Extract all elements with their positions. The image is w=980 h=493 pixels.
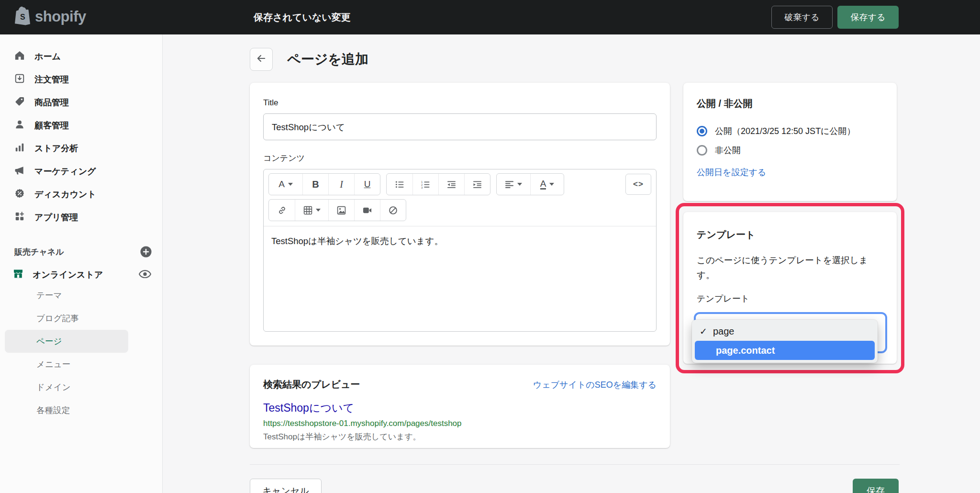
clear-formatting-button[interactable]	[380, 200, 406, 221]
sidebar-item-label: ディスカウント	[34, 189, 96, 200]
page-editor-card: Title コンテンツ A B I U	[250, 83, 670, 346]
sidebar-item-discounts[interactable]: ディスカウント	[0, 183, 162, 206]
text-style-dropdown-button[interactable]: A	[269, 174, 302, 195]
radio-selected-icon[interactable]	[697, 126, 707, 136]
sidebar-item-home[interactable]: ホーム	[0, 45, 162, 68]
hidden-radio-option[interactable]: 非公開	[697, 141, 883, 160]
title-input[interactable]	[263, 113, 657, 140]
text-color-dropdown-button[interactable]: A	[530, 174, 564, 195]
page-title: ページを追加	[287, 48, 368, 71]
dropdown-option-page[interactable]: ✓ page	[692, 322, 878, 340]
visible-radio-option[interactable]: 公開（2021/3/25 12:50 JSTに公開）	[697, 122, 883, 141]
bold-button[interactable]: B	[302, 174, 328, 195]
edit-website-seo-link[interactable]: ウェブサイトのSEOを編集する	[533, 379, 657, 391]
table-icon	[303, 206, 312, 215]
seo-preview-card: 検索結果のプレビュー ウェブサイトのSEOを編集する TestShopについて …	[250, 365, 670, 448]
sidebar-item-online-store[interactable]: オンラインストア	[0, 263, 162, 286]
underline-button[interactable]: U	[354, 174, 380, 195]
rich-text-editor: A B I U 123	[263, 169, 657, 332]
visible-radio-label: 公開（2021/3/25 12:50 JSTに公開）	[715, 125, 856, 137]
radio-unselected-icon[interactable]	[697, 145, 707, 156]
seo-preview-heading: 検索結果のプレビュー	[263, 378, 360, 391]
content-textarea[interactable]: TestShopは半袖シャツを販売しています。	[264, 226, 656, 322]
sidebar-item-customers[interactable]: 顧客管理	[0, 114, 162, 137]
cancel-button[interactable]: キャンセル	[250, 479, 322, 493]
template-heading: テンプレート	[697, 228, 883, 241]
insert-image-button[interactable]	[328, 200, 354, 221]
sidebar-item-pages-active[interactable]: ページ	[5, 330, 128, 353]
outdent-button[interactable]	[438, 174, 464, 195]
sales-channels-heading-row: 販売チャネル	[0, 240, 162, 263]
sidebar-item-domains[interactable]: ドメイン	[0, 376, 162, 399]
sidebar-item-navigation[interactable]: メニュー	[0, 353, 162, 376]
insert-video-button[interactable]	[354, 200, 380, 221]
footer-divider	[250, 464, 900, 465]
list-indent-group: 123	[386, 173, 490, 195]
shopify-logo[interactable]: S shopify	[14, 6, 86, 27]
customers-icon	[14, 119, 25, 132]
bulleted-list-button[interactable]	[387, 174, 412, 195]
bulleted-list-icon	[395, 180, 404, 189]
products-icon	[14, 96, 25, 109]
hidden-radio-label: 非公開	[715, 145, 741, 156]
italic-icon: I	[340, 179, 343, 190]
numbered-list-button[interactable]: 123	[412, 174, 438, 195]
sidebar-item-label: 顧客管理	[34, 120, 69, 131]
sidebar-item-label: ホーム	[34, 51, 61, 62]
editor-toolbar: A B I U 123	[264, 169, 656, 226]
template-select-label: テンプレート	[697, 293, 883, 304]
sidebar-item-apps[interactable]: アプリ管理	[0, 206, 162, 229]
sidebar-item-preferences[interactable]: 各種設定	[0, 399, 162, 422]
text-style-icon: A	[278, 179, 285, 190]
topbar: S shopify 保存されていない変更 破棄する 保存する	[0, 0, 980, 34]
title-label: Title	[263, 98, 657, 108]
insert-table-dropdown-button[interactable]	[295, 200, 328, 221]
sidebar-item-label: ストア分析	[34, 143, 78, 154]
link-icon	[278, 206, 287, 215]
plus-circle-icon	[140, 246, 152, 258]
shopify-wordmark: shopify	[35, 8, 86, 25]
video-icon	[363, 206, 372, 215]
dropdown-option-label: page.contact	[716, 345, 775, 356]
sidebar-item-products[interactable]: 商品管理	[0, 91, 162, 114]
apps-icon	[14, 211, 25, 224]
back-button[interactable]	[250, 48, 273, 71]
alignment-dropdown-button[interactable]	[497, 174, 530, 195]
sidebar-item-orders[interactable]: 注文管理	[0, 68, 162, 91]
add-sales-channel-button[interactable]	[140, 246, 152, 258]
check-icon: ✓	[699, 326, 708, 337]
sidebar-item-analytics[interactable]: ストア分析	[0, 137, 162, 160]
insert-link-button[interactable]	[269, 200, 295, 221]
sidebar-item-label: マーケティング	[34, 166, 96, 177]
sidebar: ホーム 注文管理 商品管理 顧客管理 ストア分析 マーケティング	[0, 34, 163, 493]
save-button-top[interactable]: 保存する	[837, 6, 899, 29]
marketing-icon	[14, 165, 25, 178]
visibility-heading: 公開 / 非公開	[697, 97, 883, 110]
orders-icon	[14, 73, 25, 86]
analytics-icon	[14, 142, 25, 155]
bold-icon: B	[312, 179, 319, 190]
sidebar-item-blog-posts[interactable]: ブログ記事	[0, 307, 162, 330]
insert-group	[268, 199, 406, 221]
dropdown-option-page-contact[interactable]: page.contact	[695, 341, 875, 360]
content-label: コンテンツ	[263, 153, 657, 164]
sidebar-item-themes[interactable]: テーマ	[0, 284, 162, 307]
show-html-button[interactable]: <>	[625, 174, 651, 195]
seo-preview-title: TestShopについて	[263, 401, 657, 415]
indent-button[interactable]	[464, 174, 490, 195]
discounts-icon	[14, 188, 25, 201]
discard-button[interactable]: 破棄する	[771, 6, 833, 29]
save-button-bottom[interactable]: 保存	[853, 479, 899, 493]
template-dropdown-menu: ✓ page page.contact	[692, 320, 878, 363]
unsaved-changes-status: 保存されていない変更	[254, 0, 351, 34]
sidebar-item-label: 注文管理	[34, 74, 69, 85]
italic-button[interactable]: I	[328, 174, 354, 195]
sidebar-item-marketing[interactable]: マーケティング	[0, 160, 162, 183]
chevron-down-icon	[288, 183, 293, 186]
image-icon	[337, 206, 346, 215]
shopify-admin-add-page-screen: S shopify 保存されていない変更 破棄する 保存する ホーム 注文管理 …	[0, 0, 980, 493]
seo-preview-description: TestShopは半袖シャツを販売しています。	[263, 431, 657, 442]
home-icon	[14, 50, 25, 63]
view-store-eye-icon[interactable]	[139, 270, 151, 279]
set-publish-date-link[interactable]: 公開日を設定する	[697, 167, 883, 178]
